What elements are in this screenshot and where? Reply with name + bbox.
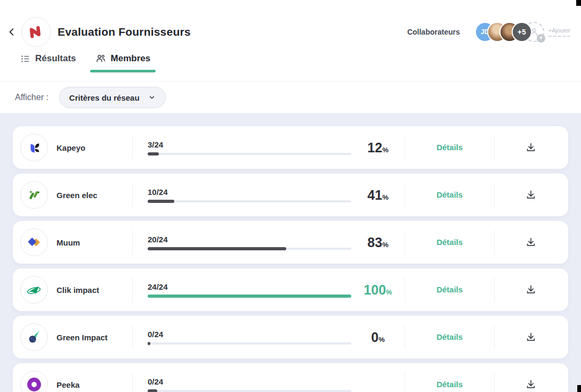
details-button[interactable]: Détails bbox=[437, 332, 463, 341]
tab-membres[interactable]: Membres bbox=[90, 50, 156, 72]
details-button[interactable]: Détails bbox=[437, 285, 463, 294]
kapeyo-logo-icon bbox=[26, 140, 42, 156]
progress-bar bbox=[148, 390, 351, 392]
supplier-name: Green Impact bbox=[57, 333, 108, 342]
download-icon bbox=[525, 284, 537, 296]
back-button[interactable] bbox=[5, 26, 18, 38]
supplier-list: Kapeyo 3/24 12% Détails bbox=[0, 113, 581, 392]
percent-value: 100 bbox=[364, 282, 386, 297]
supplier-row: Green Impact 0/24 0% Détails bbox=[13, 316, 568, 358]
plus-icon: + bbox=[537, 34, 545, 43]
supplier-logo bbox=[20, 371, 48, 392]
supplier-percent: 41% bbox=[351, 187, 405, 203]
percent-unit: % bbox=[386, 288, 392, 296]
supplier-logo bbox=[20, 228, 48, 256]
app-logo bbox=[21, 17, 51, 47]
score-fraction: 0/24 bbox=[148, 377, 351, 386]
tab-bar: Résultats Membres bbox=[15, 50, 581, 72]
download-button[interactable] bbox=[523, 234, 539, 250]
divider bbox=[132, 277, 133, 302]
tab-resultats[interactable]: Résultats bbox=[15, 50, 82, 72]
green-elec-logo-icon bbox=[26, 187, 42, 203]
supplier-logo bbox=[20, 276, 48, 304]
tab-resultats-label: Résultats bbox=[35, 53, 76, 64]
n-logo-icon bbox=[26, 22, 46, 42]
details-button[interactable]: Détails bbox=[437, 380, 463, 389]
progress-fill bbox=[148, 247, 286, 250]
tab-membres-label: Membres bbox=[111, 53, 151, 64]
download-button[interactable] bbox=[523, 187, 539, 203]
download-button[interactable] bbox=[523, 377, 539, 392]
supplier-row: Muum 20/24 83% Détails bbox=[13, 221, 568, 264]
percent-value: 12 bbox=[367, 140, 382, 155]
supplier-name: Muum bbox=[57, 238, 80, 247]
page-title: Evaluation Fournisseurs bbox=[58, 26, 191, 38]
supplier-percent: 0% bbox=[351, 330, 405, 345]
divider bbox=[132, 325, 133, 349]
filter-dropdown[interactable]: Critères du réseau bbox=[59, 87, 166, 108]
divider bbox=[132, 372, 133, 392]
divider bbox=[132, 135, 133, 160]
supplier-logo bbox=[20, 323, 48, 351]
percent-unit: % bbox=[378, 336, 385, 344]
progress-bar bbox=[148, 248, 351, 250]
progress-bar bbox=[148, 342, 351, 345]
progress-fill bbox=[148, 295, 351, 298]
score-fraction: 3/24 bbox=[148, 140, 351, 149]
chevron-left-icon bbox=[6, 27, 17, 37]
filter-bar: Afficher : Critères du réseau bbox=[0, 81, 581, 113]
supplier-logo bbox=[20, 181, 48, 209]
divider bbox=[132, 230, 133, 255]
chevron-down-icon bbox=[148, 94, 156, 101]
score-fraction: 20/24 bbox=[148, 235, 351, 244]
supplier-row: Peeka 0/24 Détails bbox=[13, 363, 568, 392]
supplier-percent: 12% bbox=[351, 140, 405, 156]
download-button[interactable] bbox=[523, 282, 539, 298]
details-button[interactable]: Détails bbox=[437, 190, 463, 199]
supplier-logo bbox=[20, 134, 48, 161]
percent-unit: % bbox=[382, 193, 389, 201]
screen-corner-mark-top bbox=[576, 0, 581, 6]
screen-corner-mark-bottom bbox=[577, 385, 581, 392]
list-icon bbox=[20, 54, 30, 64]
supplier-row: Kapeyo 3/24 12% Détails bbox=[13, 126, 568, 169]
supplier-name: Green elec bbox=[57, 191, 98, 200]
score-fraction: 10/24 bbox=[148, 187, 351, 197]
collaborators-label: Collaborateurs bbox=[407, 28, 460, 36]
score-fraction: 0/24 bbox=[148, 330, 351, 339]
progress-bar bbox=[148, 153, 351, 155]
percent-value: 0 bbox=[371, 330, 378, 345]
progress-fill bbox=[148, 389, 157, 392]
divider bbox=[132, 183, 133, 207]
download-icon bbox=[525, 236, 537, 248]
progress-bar bbox=[148, 200, 351, 202]
supplier-name: Clik impact bbox=[57, 285, 99, 295]
avatar-more-count[interactable]: +5 bbox=[512, 22, 532, 42]
download-button[interactable] bbox=[523, 140, 539, 156]
add-collaborator-label[interactable]: +Ajouter bbox=[548, 27, 570, 37]
percent-value: 83 bbox=[367, 235, 382, 250]
filter-dropdown-value: Critères du réseau bbox=[69, 93, 140, 102]
muum-logo-icon bbox=[26, 234, 42, 250]
download-icon bbox=[525, 379, 537, 390]
supplier-percent: 100% bbox=[351, 282, 405, 298]
top-bar: Evaluation Fournisseurs Collaborateurs J… bbox=[0, 0, 581, 81]
people-icon bbox=[95, 53, 106, 64]
progress-bar bbox=[148, 295, 351, 297]
supplier-name: Kapeyo bbox=[57, 143, 85, 152]
download-icon bbox=[525, 189, 537, 201]
download-icon bbox=[525, 142, 537, 153]
green-impact-logo-icon bbox=[26, 329, 42, 345]
download-icon bbox=[525, 331, 537, 343]
percent-value: 41 bbox=[367, 187, 382, 202]
details-button[interactable]: Détails bbox=[437, 238, 463, 247]
details-button[interactable]: Détails bbox=[437, 143, 463, 152]
score-fraction: 24/24 bbox=[148, 282, 351, 291]
supplier-percent: 83% bbox=[351, 235, 405, 250]
peeka-logo-icon bbox=[26, 377, 42, 392]
download-button[interactable] bbox=[523, 329, 539, 345]
percent-unit: % bbox=[382, 146, 389, 154]
clik-impact-logo-icon bbox=[26, 282, 42, 298]
percent-unit: % bbox=[382, 241, 389, 249]
filter-label: Afficher : bbox=[15, 93, 49, 102]
